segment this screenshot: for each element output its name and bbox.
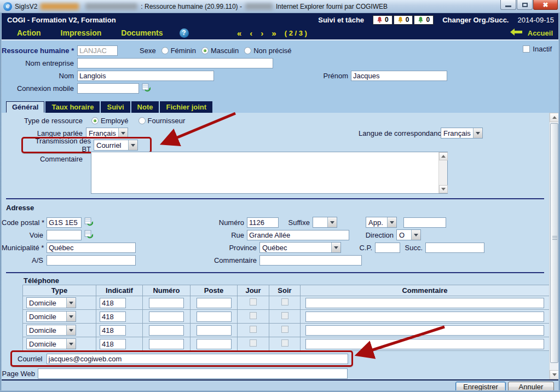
tab-note[interactable]: Note [131,101,159,113]
accueil-link[interactable]: Accueil [528,29,553,37]
radio-employe[interactable]: Employé [91,117,129,125]
back-arrow-icon[interactable] [510,28,522,37]
lookup-icon[interactable] [84,217,94,228]
jour-checkbox[interactable] [250,298,257,305]
nav-last-button[interactable]: » [272,28,276,38]
numero-input[interactable] [149,325,184,336]
app-title: COGI - Formation V2, Formation [2,16,116,24]
vertical-scrollbar[interactable] [549,113,558,379]
changer-org-succ-link[interactable]: Changer Org./Succ. [442,16,509,24]
radio-non-precise[interactable]: Non précisé [244,47,291,55]
scroll-up-icon[interactable] [439,152,448,160]
code-postal-input[interactable] [47,217,82,228]
langue-correspondance-select[interactable]: Français [441,128,483,139]
scroll-up-icon[interactable] [550,113,559,122]
soir-checkbox[interactable] [281,298,288,305]
col-poste: Poste [190,285,238,296]
tab-taux-horaire[interactable]: Taux horaire [45,101,100,113]
commentaire-textarea[interactable] [91,152,448,194]
nom-input[interactable] [77,71,214,81]
succ-input[interactable] [425,243,484,253]
phone-commentaire-input[interactable] [305,312,544,322]
nav-next-button[interactable]: › [261,28,263,38]
soir-checkbox[interactable] [281,339,288,347]
alert-red[interactable]: 0 [373,15,392,25]
as-input[interactable] [47,255,136,266]
inactif-checkbox[interactable] [523,45,530,53]
numero-input[interactable] [149,298,184,308]
page-web-input[interactable] [38,368,348,379]
phone-commentaire-input[interactable] [305,339,544,349]
rue-input[interactable] [247,230,349,240]
suffixe-select[interactable] [313,217,337,228]
poste-input[interactable] [197,325,232,336]
radio-label: Fournisseur [148,117,186,125]
inactif-checkbox-group[interactable]: Inactif [523,45,552,53]
help-icon[interactable]: ? [180,28,189,38]
accueil-group: Accueil [510,26,553,39]
alert-green[interactable]: 0 [414,15,434,25]
phone-type-select[interactable]: Domicile [26,311,76,322]
app-select[interactable]: App. [366,217,397,228]
nom-entreprise-input[interactable] [77,58,273,68]
tab-general[interactable]: Général [6,101,44,113]
adresse-commentaire-input[interactable] [259,255,362,266]
lookup-icon[interactable] [84,229,94,240]
phone-type-select[interactable]: Domicile [26,338,76,349]
jour-checkbox[interactable] [250,312,257,319]
municipalite-input[interactable] [47,243,136,253]
cp-input[interactable] [375,243,400,253]
phone-commentaire-input[interactable] [305,325,544,336]
radio-masculin[interactable]: Masculin [201,47,239,55]
app-input[interactable] [403,217,446,228]
nav-first-button[interactable]: « [237,28,241,38]
phone-type-select[interactable]: Domicile [26,325,76,336]
alert-yellow[interactable]: 0 [394,15,413,25]
numero-input[interactable] [149,312,184,322]
connexion-mobile-input[interactable] [77,83,139,94]
scroll-down-icon[interactable] [550,370,559,379]
poste-input[interactable] [197,298,232,308]
jour-checkbox[interactable] [250,339,257,347]
transmission-bt-select[interactable]: Courriel [94,140,138,151]
menu-action[interactable]: Action [17,28,41,37]
jour-checkbox[interactable] [250,326,257,333]
maximize-button[interactable] [517,0,533,10]
lookup-icon[interactable] [142,83,151,94]
radio-fournisseur[interactable]: Fournisseur [138,117,186,125]
scrollbar-thumb[interactable] [550,123,558,363]
radio-icon [201,47,209,54]
courriel-input[interactable] [47,354,348,364]
municipalite-label: Municipalité * [2,244,47,252]
indicatif-input[interactable] [100,312,126,322]
soir-checkbox[interactable] [281,326,288,333]
prenom-input[interactable] [351,71,447,81]
phone-commentaire-input[interactable] [305,298,544,308]
resource-label: Ressource humaine * [2,47,74,55]
poste-input[interactable] [197,339,232,349]
scroll-down-icon[interactable] [439,185,448,193]
textarea-scrollbar[interactable] [438,152,447,193]
menu-documents[interactable]: Documents [121,28,163,37]
soir-checkbox[interactable] [281,312,288,319]
langue-parlee-label: Langue parlée [2,129,86,137]
tab-suivi[interactable]: Suivi [101,101,130,113]
tab-fichier-joint[interactable]: Fichier joint [160,101,212,113]
indicatif-input[interactable] [100,339,126,349]
resource-code-input[interactable] [77,45,118,56]
indicatif-input[interactable] [100,298,126,308]
phone-type-select[interactable]: Domicile [26,297,76,308]
direction-select[interactable]: O [396,229,421,240]
voie-input[interactable] [47,230,82,240]
poste-input[interactable] [197,312,232,322]
province-select[interactable]: Québec [259,242,341,253]
radio-feminin[interactable]: Féminin [161,47,196,55]
direction-label: Direction [349,231,396,239]
indicatif-input[interactable] [100,325,126,336]
minimize-button[interactable] [500,0,516,10]
nav-prev-button[interactable]: ‹ [250,28,252,38]
numero-input[interactable] [149,339,184,349]
close-button[interactable]: ✖ [533,0,558,10]
menu-impression[interactable]: Impression [61,28,102,37]
numero-input[interactable] [247,217,279,228]
